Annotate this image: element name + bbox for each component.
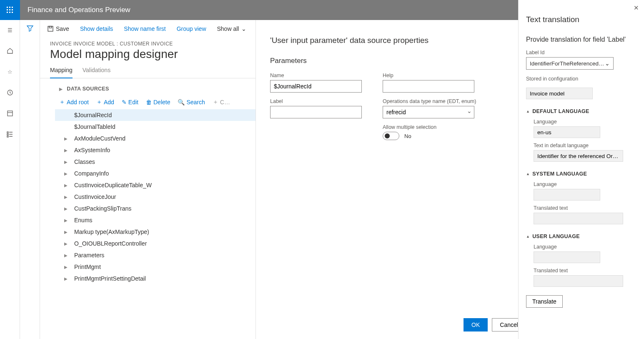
tree-item-label: Enums <box>74 217 93 223</box>
expand-icon: ▶ <box>64 241 68 246</box>
tree-item-label: CustInvoiceDuplicateTable_W <box>74 182 152 188</box>
triangle-icon: ▲ <box>526 234 530 239</box>
plus-icon: ＋ <box>59 98 65 106</box>
filter-column <box>20 20 40 339</box>
expand-icon: ▶ <box>64 183 68 188</box>
allow-multi-value: No <box>404 133 411 139</box>
tree-item-label: PrintMgmt <box>74 264 101 270</box>
svg-rect-12 <box>7 134 8 135</box>
tree-item-label: Markup type(AxMarkupType) <box>74 229 149 235</box>
close-icon[interactable]: ✕ <box>634 4 639 12</box>
tree-item-label: Classes <box>74 158 95 165</box>
ok-button[interactable]: OK <box>464 318 488 331</box>
show-all-button[interactable]: Show all ⌄ <box>217 25 247 32</box>
workspace-icon[interactable] <box>3 107 17 120</box>
chevron-right-icon: ▶ <box>59 87 63 91</box>
expand-icon: ▶ <box>64 136 68 141</box>
save-button[interactable]: Save <box>48 25 69 32</box>
allow-multi-toggle[interactable] <box>383 132 399 140</box>
svg-rect-5 <box>12 9 13 10</box>
delete-button[interactable]: 🗑Delete <box>146 98 170 106</box>
expand-icon: ▶ <box>64 265 68 269</box>
star-icon[interactable]: ☆ <box>3 65 17 78</box>
name-input[interactable] <box>270 80 362 93</box>
tab-mapping[interactable]: Mapping <box>50 67 73 78</box>
svg-rect-7 <box>9 12 10 13</box>
save-label: Save <box>56 25 69 32</box>
tree-item-label: AxModuleCustVend <box>74 135 125 142</box>
system-lang-input[interactable] <box>534 189 600 201</box>
expand-icon: ▶ <box>64 206 68 211</box>
waffle-icon[interactable] <box>0 0 20 20</box>
tree-item-label: $JournalRecId <box>74 112 112 118</box>
nav-rail: ☰ ☆ <box>0 20 20 339</box>
tab-validations[interactable]: Validations <box>83 67 110 78</box>
svg-rect-6 <box>7 12 8 13</box>
chevron-down-icon: ⌄ <box>605 60 610 67</box>
edit-button[interactable]: ✎Edit <box>122 98 138 106</box>
user-lang-input[interactable] <box>534 251 600 263</box>
user-text-input[interactable] <box>534 275 623 287</box>
expand-icon: ▶ <box>64 171 68 176</box>
field-help: Help <box>383 73 476 93</box>
svg-rect-14 <box>48 26 53 31</box>
translation-subtitle: Provide translation for field 'Label' <box>526 36 636 43</box>
tree-item-label: CompanyInfo <box>74 170 109 177</box>
svg-rect-1 <box>9 7 10 8</box>
expand-icon: ▶ <box>64 148 68 153</box>
plus-icon: ＋ <box>213 98 218 106</box>
tree-item-label: CustInvoiceJour <box>74 193 116 200</box>
default-text-input[interactable] <box>534 150 623 162</box>
help-input[interactable] <box>383 80 474 93</box>
expand-icon: ▶ <box>64 230 68 234</box>
group-view-button[interactable]: Group view <box>177 25 206 32</box>
add-root-button[interactable]: ＋Add root <box>59 98 89 106</box>
default-language-section[interactable]: ▲DEFAULT LANGUAGE <box>526 108 636 114</box>
system-text-input[interactable] <box>534 213 623 224</box>
recent-icon[interactable] <box>3 86 17 99</box>
svg-rect-15 <box>49 26 52 28</box>
tree-item-label: AxSystemInfo <box>74 147 110 153</box>
svg-rect-8 <box>12 12 13 13</box>
stored-input[interactable] <box>526 88 593 99</box>
field-label: Label <box>270 98 362 118</box>
filter-icon[interactable] <box>27 25 33 339</box>
field-allow-multi: Allow multiple selection No <box>383 124 476 140</box>
app-title: Finance and Operations Preview <box>20 6 130 14</box>
search-icon: 🔍 <box>178 99 185 105</box>
field-edt: Operations data type name (EDT, enum) <box>383 98 476 118</box>
tree-item-label: PrintMgmtPrintSettingDetail <box>74 275 146 282</box>
home-icon[interactable] <box>3 44 17 58</box>
label-input[interactable] <box>270 106 362 118</box>
show-details-button[interactable]: Show details <box>80 25 113 32</box>
svg-rect-0 <box>7 7 8 8</box>
edt-input[interactable] <box>383 106 474 118</box>
translation-title: Text translation <box>526 15 636 24</box>
expand-icon: ▶ <box>64 253 68 258</box>
show-name-first-button[interactable]: Show name first <box>124 25 165 32</box>
tree-item-label: O_OIOUBLReportController <box>74 240 147 247</box>
labelid-select[interactable]: IdentifierForTheReferencedOr… ⌄ <box>526 57 614 70</box>
hamburger-icon[interactable]: ☰ <box>3 23 17 37</box>
svg-rect-2 <box>12 7 13 8</box>
default-lang-input[interactable] <box>534 126 600 138</box>
stored-label: Stored in configuration <box>526 76 578 82</box>
user-language-section[interactable]: ▲USER LANGUAGE <box>526 234 636 239</box>
add-button[interactable]: ＋Add <box>96 98 114 106</box>
chevron-down-icon: ⌄ <box>241 25 246 32</box>
svg-rect-11 <box>7 132 8 133</box>
translate-action-button[interactable]: Translate <box>526 295 563 308</box>
more-button[interactable]: ＋C… <box>213 98 230 106</box>
expand-icon: ▶ <box>64 195 68 199</box>
search-button[interactable]: 🔍Search <box>178 98 205 106</box>
system-language-section[interactable]: ▲SYSTEM LANGUAGE <box>526 171 636 177</box>
plus-icon: ＋ <box>96 98 102 106</box>
tree-item-label: $JournalTableId <box>74 123 115 130</box>
labelid-label: Label Id <box>526 50 544 55</box>
expand-icon: ▶ <box>64 218 68 223</box>
modules-icon[interactable] <box>3 128 17 141</box>
expand-icon: ▶ <box>64 160 68 164</box>
tree-item-label: Parameters <box>74 252 104 259</box>
pencil-icon: ✎ <box>122 99 127 105</box>
field-name: Name <box>270 73 362 93</box>
